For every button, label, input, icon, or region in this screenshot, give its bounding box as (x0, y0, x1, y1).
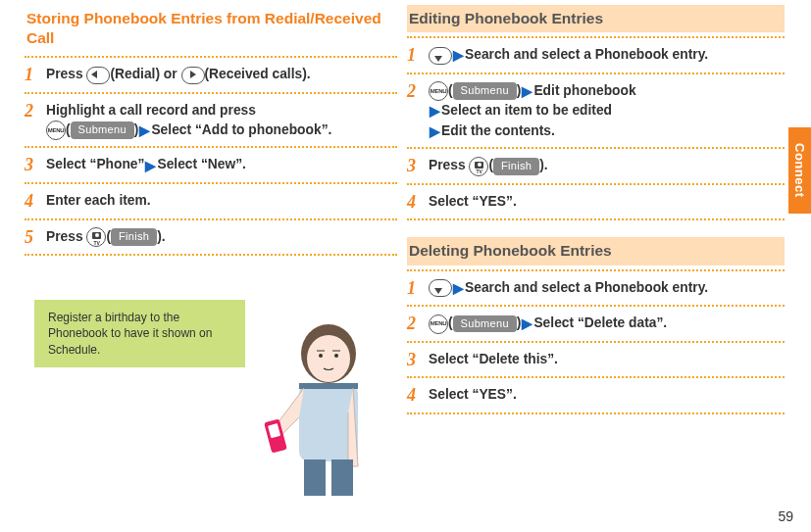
step-text: MENU(Submenu)▶Edit phonebook ▶Select an … (429, 81, 785, 142)
svg-point-2 (319, 354, 323, 358)
down-button-icon (429, 47, 452, 65)
section-title-storing: Storing Phonebook Entries from Redial/Re… (25, 5, 397, 52)
step-number: 3 (25, 155, 40, 176)
divider (407, 218, 785, 220)
side-tab-connect: Connect (788, 127, 811, 214)
text-fragment: Press (46, 67, 86, 81)
step-1-left: 1 Press (Redial) or (Received calls). (25, 61, 397, 89)
del-step-1: 1 ▶Search and select a Phonebook entry. (407, 274, 785, 303)
text-fragment: . (162, 229, 166, 244)
camera-button-icon: TV (469, 157, 488, 176)
character-illustration (245, 314, 392, 496)
text-fragment: Select “New”. (157, 157, 245, 171)
finish-pill: Finish (493, 158, 539, 175)
text-fragment: Select “Delete data”. (533, 315, 667, 330)
divider (25, 182, 397, 184)
divider (407, 183, 785, 185)
divider (407, 305, 785, 307)
arrow-icon: ▶ (522, 83, 532, 99)
step-number: 1 (25, 65, 40, 86)
edit-step-1: 1 ▶Search and select a Phonebook entry. (407, 41, 785, 70)
text-fragment: Press (429, 158, 469, 172)
step-text: Press (Redial) or (Received calls). (46, 65, 397, 84)
arrow-icon: ▶ (145, 158, 156, 173)
step-text: Press TV(Finish). (429, 156, 785, 175)
step-number: 1 (407, 45, 423, 67)
divider (407, 73, 785, 74)
divider (25, 218, 397, 220)
edit-step-4: 4 Select “YES”. (407, 188, 785, 217)
step-5-left: 5 Press TV(Finish). (25, 223, 397, 252)
step-number: 2 (25, 101, 40, 122)
text-fragment: Highlight a call record and press (46, 103, 256, 118)
divider (407, 147, 785, 149)
down-button-icon (429, 279, 452, 297)
text-fragment: Edit the contents. (441, 123, 555, 138)
step-text: ▶Search and select a Phonebook entry. (429, 45, 785, 66)
arrow-icon: ▶ (139, 122, 150, 138)
step-number: 1 (407, 278, 423, 300)
step-text: MENU(Submenu)▶Select “Delete data”. (429, 314, 785, 334)
step-number: 2 (407, 81, 423, 103)
edit-step-2: 2 MENU(Submenu)▶Edit phonebook ▶Select a… (407, 77, 785, 145)
illustration-area: Register a birthday to the Phonebook to … (25, 295, 397, 491)
divider (407, 341, 785, 343)
text-fragment: Select “Phone” (46, 157, 144, 171)
step-number: 4 (407, 385, 423, 407)
step-4-left: 4 Enter each item. (25, 187, 397, 216)
text-fragment: Press (46, 229, 86, 244)
divider (25, 56, 397, 58)
camera-button-icon: TV (86, 227, 106, 247)
text-fragment: Select an item to be edited (441, 103, 612, 118)
step-text: ▶Search and select a Phonebook entry. (429, 278, 785, 299)
arrow-icon: ▶ (430, 103, 440, 119)
divider (407, 269, 785, 271)
step-number: 5 (25, 227, 40, 249)
redial-button-icon (86, 67, 110, 84)
page: Storing Phonebook Entries from Redial/Re… (0, 0, 811, 501)
svg-point-1 (307, 335, 350, 382)
step-text: Highlight a call record and press MENU(S… (46, 101, 397, 141)
divider (407, 376, 785, 378)
arrow-icon: ▶ (430, 123, 440, 139)
del-step-2: 2 MENU(Submenu)▶Select “Delete data”. (407, 310, 785, 338)
received-calls-button-icon (181, 67, 205, 84)
svg-rect-11 (331, 459, 353, 496)
svg-rect-7 (299, 383, 358, 389)
step-text: Enter each item. (46, 191, 397, 211)
divider (407, 36, 785, 38)
spacer (407, 223, 785, 237)
del-step-4: 4 Select “YES”. (407, 381, 785, 410)
text-fragment: Search and select a Phonebook entry. (465, 280, 708, 295)
svg-rect-10 (304, 459, 326, 496)
text-fragment: Edit phonebook (533, 83, 635, 98)
submenu-pill: Submenu (453, 82, 517, 100)
step-2-left: 2 Highlight a call record and press MENU… (25, 97, 397, 144)
menu-button-icon: MENU (46, 121, 66, 140)
step-3-left: 3 Select “Phone”▶Select “New”. (25, 151, 397, 179)
step-number: 2 (407, 314, 423, 335)
right-column: Editing Phonebook Entries 1 ▶Search and … (407, 5, 785, 491)
divider (25, 92, 397, 94)
divider (407, 412, 785, 414)
step-text: Select “YES”. (429, 192, 785, 212)
text-fragment: Select “Add to phonebook”. (151, 122, 331, 137)
arrow-icon: ▶ (453, 280, 464, 296)
divider (25, 146, 397, 148)
submenu-pill: Submenu (453, 315, 517, 333)
menu-button-icon: MENU (429, 81, 448, 101)
del-step-3: 3 Select “Delete this”. (407, 346, 785, 374)
step-number: 3 (407, 156, 423, 177)
page-number: 59 (778, 508, 793, 524)
arrow-icon: ▶ (453, 47, 464, 63)
tip-callout: Register a birthday to the Phonebook to … (34, 300, 245, 367)
text-fragment: or (160, 67, 180, 81)
svg-point-3 (334, 354, 338, 358)
menu-button-icon: MENU (429, 314, 448, 334)
finish-pill: Finish (111, 228, 157, 246)
edit-step-3: 3 Press TV(Finish). (407, 152, 785, 180)
arrow-icon: ▶ (522, 315, 532, 331)
step-text: Select “YES”. (429, 385, 785, 405)
step-number: 3 (407, 350, 423, 371)
step-number: 4 (25, 191, 40, 213)
